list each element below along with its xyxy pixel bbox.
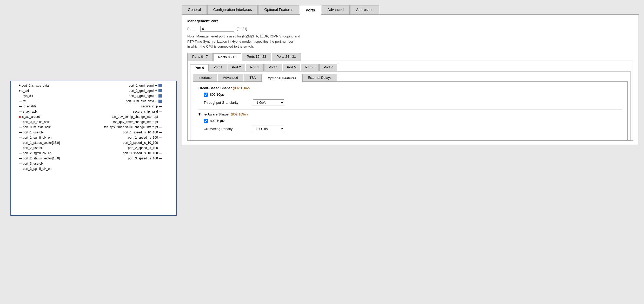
signal-row: port_2_gmii_sgmii +	[86, 88, 162, 93]
signal-row: — s_axi_aclk	[19, 109, 86, 114]
management-port-title: Management Port	[187, 19, 633, 23]
tab-port-7[interactable]: Port 7	[319, 64, 337, 71]
signal-row: port_3_speed_is_10_100 —	[86, 151, 162, 156]
left-signals: + port_0_s_axis_data + s_axi — sys_clk —…	[19, 83, 86, 214]
port-sub-tabs: Port 0 Port 1 Port 2 Port 3 Port 4 Port …	[190, 64, 630, 72]
signal-row: port_2_speed_is_100 —	[86, 146, 162, 150]
throughput-granularity-row: Throughput Granularity 1 Gb/s 100 Mb/s 1…	[204, 99, 622, 106]
top-tabs: General Configuration Interfaces Optiona…	[182, 5, 639, 15]
credit-based-shaper-title: Credit-Based Shaper (802.1Qav)	[198, 86, 622, 90]
throughput-granularity-label: Throughput Granularity	[204, 101, 250, 105]
tab-port-5[interactable]: Port 5	[283, 64, 301, 71]
port-range: [0 - 31]	[237, 27, 247, 31]
tab-external-delays[interactable]: External Delays	[302, 74, 337, 81]
signal-row: + port_0_s_axis_data	[19, 83, 86, 88]
signal-row: port_2_speed_is_10_100 —	[86, 140, 162, 145]
signal-row: tsn_qbv_timer_value_change_interrupt —	[86, 125, 162, 130]
feature-content: Credit-Based Shaper (802.1Qav) 802.1Qav …	[193, 82, 628, 140]
ports-content-area: Management Port Port [0 - 31] Note: Mana…	[182, 15, 639, 145]
signal-row: port_3_gmii_sgmii +	[86, 94, 162, 98]
tab-ports-8-15[interactable]: Ports 8 - 15	[213, 53, 241, 61]
right-signals: port_1_gmii_sgmii + port_2_gmii_sgmii + …	[86, 83, 164, 214]
credit-based-shaper-checkbox-row: 802.1Qav	[204, 93, 622, 97]
tab-optional-features[interactable]: Optional Features	[258, 5, 299, 14]
signal-row: port_0_m_axis_data +	[86, 99, 162, 104]
signal-row: tsn_qbv_timer_change_interrupt —	[86, 120, 162, 124]
tab-port-4[interactable]: Port 4	[264, 64, 282, 71]
port-tabs-container: Port 0 Port 1 Port 2 Port 3 Port 4 Port …	[187, 61, 633, 141]
signal-row: port_3_speed_is_100 —	[86, 156, 162, 161]
tab-port-2[interactable]: Port 2	[228, 64, 245, 71]
signal-row: — rst	[19, 99, 86, 104]
time-aware-shaper-checkbox-row: 802.1Qbv	[204, 119, 622, 123]
clk-maxing-row: Clk Maxing Penalty 31 Clks	[204, 126, 622, 132]
clk-maxing-label: Clk Maxing Penalty	[204, 127, 250, 131]
tab-advanced[interactable]: Advanced	[218, 74, 244, 81]
signal-row: — sys_clk	[19, 94, 86, 98]
ports-range-tabs: Ports 0 - 7 Ports 8 - 15 Ports 16 - 23 P…	[187, 53, 633, 61]
signal-row: — port_1_sgmii_clk_en	[19, 135, 86, 140]
signal-row: — port_1_status_vector[15:0]	[19, 140, 86, 145]
tab-configuration-interfaces[interactable]: Configuration Interfaces	[207, 5, 258, 14]
signal-row: port_1_speed_is_10_100 —	[86, 130, 162, 135]
tab-optional-features[interactable]: Optional Features	[262, 75, 302, 82]
port-input[interactable]	[200, 26, 234, 32]
tab-tsn[interactable]: TSN	[244, 74, 262, 81]
divider	[198, 109, 622, 110]
tab-interface[interactable]: Interface	[193, 74, 217, 81]
feature-tabs-container: Interface Advanced TSN Optional Features…	[190, 72, 630, 140]
tab-advanced[interactable]: Advanced	[322, 5, 350, 14]
tab-port-0[interactable]: Port 0	[190, 64, 209, 72]
time-aware-shaper-title: Time-Aware Shaper (802.1Qbv)	[198, 112, 622, 116]
throughput-granularity-select[interactable]: 1 Gb/s 100 Mb/s 10 Mb/s	[253, 99, 284, 106]
signal-row: ◆ s_axi_aresetn	[19, 114, 86, 119]
signal-row: — ip_enable	[19, 104, 86, 109]
signal-row: — port_2_status_vector[15:0]	[19, 156, 86, 161]
signal-row: — port_2_sgmii_clk_en	[19, 151, 86, 156]
tab-ports-0-7[interactable]: Ports 0 - 7	[187, 53, 213, 61]
signal-row: + s_axi	[19, 88, 86, 93]
tab-addresses[interactable]: Addresses	[350, 5, 379, 14]
tab-general[interactable]: General	[182, 5, 207, 14]
right-panel: General Configuration Interfaces Optiona…	[177, 0, 644, 304]
tab-ports-16-23[interactable]: Ports 16 - 23	[242, 53, 271, 61]
port-label: Port	[187, 27, 198, 31]
signal-row: — port_0_s_axis_aclk	[19, 120, 86, 124]
tab-ports[interactable]: Ports	[300, 6, 321, 15]
signal-row: — port_3_sgmii_clk_en	[19, 166, 86, 171]
feature-tabs: Interface Advanced TSN Optional Features…	[193, 74, 628, 82]
time-aware-shaper-checkbox[interactable]	[204, 119, 208, 123]
signal-row: secure_chip —	[86, 104, 162, 109]
signal-row: — port_1_userclk	[19, 130, 86, 135]
signal-row: secure_chip_valid —	[86, 109, 162, 114]
signal-row: — port_3_userclk	[19, 161, 86, 166]
signal-row: — port_0_m_axis_aclk	[19, 125, 86, 130]
port-row: Port [0 - 31]	[187, 26, 633, 32]
signal-row: — port_2_userclk	[19, 146, 86, 150]
tab-ports-24-31[interactable]: Ports 24 - 31	[272, 53, 301, 61]
tab-port-3[interactable]: Port 3	[246, 64, 264, 71]
time-aware-shaper-label: 802.1Qbv	[210, 119, 224, 123]
tab-port-6[interactable]: Port 6	[301, 64, 319, 71]
management-port-note: Note: Managemenet port is used for (R)(M…	[187, 34, 633, 49]
signal-row: port_1_gmii_sgmii +	[86, 83, 162, 88]
signal-row: port_1_speed_is_100 —	[86, 135, 162, 140]
credit-based-shaper-checkbox[interactable]	[204, 93, 208, 97]
signal-row: tsn_qbv_config_change_interrupt —	[86, 114, 162, 119]
tab-port-1[interactable]: Port 1	[209, 64, 227, 71]
clk-maxing-select[interactable]: 31 Clks	[253, 126, 284, 132]
ip-block-diagram: + port_0_s_axis_data + s_axi — sys_clk —…	[10, 81, 177, 216]
credit-based-shaper-label: 802.1Qav	[210, 93, 224, 96]
